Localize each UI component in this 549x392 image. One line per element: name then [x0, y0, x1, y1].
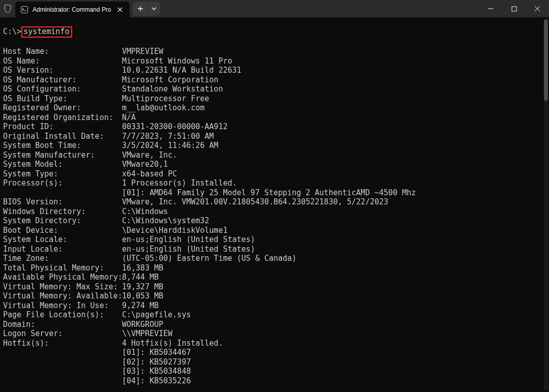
scrollbar-thumb[interactable]: [544, 19, 548, 101]
info-row: Product ID:00331-20300-00000-AA912: [3, 122, 545, 132]
terminal-icon: [20, 6, 28, 14]
info-row: Registered Owner:m__lab@outlook.com: [3, 103, 545, 113]
close-icon: [534, 6, 540, 12]
info-row: System Manufacturer:VMware, Inc.: [3, 150, 545, 160]
info-value: 16,383 MB: [122, 263, 545, 273]
info-label: Original Install Date:: [3, 132, 122, 141]
close-icon: [117, 7, 123, 12]
maximize-button[interactable]: [502, 0, 526, 17]
info-value: C:\Windows\system32: [122, 216, 545, 226]
new-tab-group: [133, 2, 160, 16]
info-label: Registered Organization:: [3, 113, 122, 123]
info-label: Input Locale:: [3, 245, 122, 254]
tab-dropdown-button[interactable]: [148, 2, 160, 16]
info-row: System Type:x64-based PC: [3, 169, 545, 179]
info-value: 3/5/2024, 11:46:26 AM: [122, 141, 545, 150]
maximize-icon: [511, 6, 517, 12]
info-value: Multiprocessor Free: [122, 94, 545, 104]
info-row: System Boot Time:3/5/2024, 11:46:26 AM: [3, 141, 545, 150]
info-label: Domain:: [3, 320, 122, 329]
info-value: en-us;English (United States): [122, 245, 545, 254]
info-label: Virtual Memory: Max Size:: [3, 282, 122, 292]
plus-icon: [137, 6, 143, 12]
app-shield-icon: [0, 0, 15, 17]
info-value: Microsoft Windows 11 Pro: [122, 56, 545, 66]
tab-close-button[interactable]: [115, 5, 125, 14]
active-tab[interactable]: Administrator: Command Pro: [15, 2, 130, 17]
hotfix-entry: [02]: KB5027397: [3, 357, 545, 367]
minimize-icon: [487, 6, 494, 12]
info-label: Virtual Memory: In Use:: [3, 301, 122, 311]
info-value: VMware20,1: [122, 160, 545, 169]
info-value: 10.0.22631 N/A Build 22631: [122, 66, 545, 75]
info-value: 7/7/2023, 7:51:00 AM: [122, 132, 545, 141]
svg-rect-1: [512, 7, 516, 11]
chevron-down-icon: [151, 6, 157, 11]
titlebar-left: Administrator: Command Pro: [0, 0, 160, 17]
info-value: Standalone Workstation: [122, 84, 545, 94]
info-value: 10,053 MB: [122, 291, 545, 301]
info-label: OS Name:: [3, 56, 122, 66]
info-label: System Type:: [3, 169, 122, 179]
info-row: System Model:VMware20,1: [3, 160, 545, 169]
info-value: 9,274 MB: [122, 301, 545, 311]
info-label: Total Physical Memory:: [3, 263, 122, 273]
info-label: OS Configuration:: [3, 84, 122, 94]
info-value: WORKGROUP: [122, 320, 545, 329]
info-row: Logon Server:\\VMPREVIEW: [3, 329, 545, 339]
svg-rect-0: [21, 6, 28, 13]
info-value: 19,327 MB: [122, 282, 545, 292]
info-value: \Device\HarddiskVolume1: [122, 226, 545, 235]
info-row: Time Zone:(UTC-05:00) Eastern Time (US &…: [3, 254, 545, 263]
info-row: OS Version:10.0.22631 N/A Build 22631: [3, 66, 545, 75]
info-value: x64-based PC: [122, 169, 545, 179]
info-label: OS Version:: [3, 66, 122, 75]
hotfix-entry: [01]: KB5034467: [3, 348, 545, 357]
info-row: Boot Device:\Device\HarddiskVolume1: [3, 226, 545, 235]
info-label: OS Build Type:: [3, 94, 122, 104]
info-value: 00331-20300-00000-AA912: [122, 122, 545, 132]
info-label: System Directory:: [3, 216, 122, 226]
info-row: Windows Directory:C:\Windows: [3, 207, 545, 217]
info-row: Total Physical Memory:16,383 MB: [3, 263, 545, 273]
info-label: Registered Owner:: [3, 103, 122, 113]
prompt-path: C:\>: [3, 27, 21, 36]
info-label: Logon Server:: [3, 329, 122, 339]
info-value: VMPREVIEW: [122, 47, 545, 56]
info-value: VMware, Inc. VMW201.00V.21805430.B64.230…: [122, 197, 545, 207]
info-label: Hotfix(s):: [3, 339, 122, 348]
info-row: Hotfix(s):4 Hotfix(s) Installed.: [3, 339, 545, 348]
prompt-line: C:\>systeminfo: [3, 26, 545, 38]
info-row: Virtual Memory: In Use:9,274 MB: [3, 301, 545, 311]
info-row: System Directory:C:\Windows\system32: [3, 216, 545, 226]
info-value: N/A: [122, 113, 545, 123]
info-row: Virtual Memory: Available:10,053 MB: [3, 291, 545, 301]
terminal-body[interactable]: C:\>systeminfo Host Name:VMPREVIEWOS Nam…: [0, 17, 549, 392]
info-row: Host Name:VMPREVIEW: [3, 47, 545, 56]
close-window-button[interactable]: [526, 0, 549, 17]
hotfix-entry: [03]: KB5034848: [3, 367, 545, 376]
titlebar: Administrator: Command Pro: [0, 0, 549, 17]
info-row: OS Name:Microsoft Windows 11 Pro: [3, 56, 545, 66]
info-row: Virtual Memory: Max Size:19,327 MB: [3, 282, 545, 292]
blank-line: [3, 38, 545, 47]
info-label: Boot Device:: [3, 226, 122, 235]
new-tab-button[interactable]: [133, 2, 148, 16]
minimize-button[interactable]: [479, 0, 502, 17]
info-label: System Locale:: [3, 235, 122, 245]
command-highlight: systeminfo: [21, 26, 72, 38]
hotfix-list: [01]: KB5034467[02]: KB5027397[03]: KB50…: [3, 348, 545, 385]
info-row: OS Manufacturer:Microsoft Corporation: [3, 75, 545, 85]
info-label: Windows Directory:: [3, 207, 122, 217]
info-value: Microsoft Corporation: [122, 75, 545, 85]
info-value: 4 Hotfix(s) Installed.: [122, 339, 545, 348]
info-row: Registered Organization:N/A: [3, 113, 545, 123]
info-row: Page File Location(s):C:\pagefile.sys: [3, 310, 545, 320]
info-row: Domain:WORKGROUP: [3, 320, 545, 329]
info-row: OS Configuration:Standalone Workstation: [3, 84, 545, 94]
info-value: VMware, Inc.: [122, 150, 545, 160]
info-value: C:\Windows: [122, 207, 545, 217]
info-label: Virtual Memory: Available:: [3, 291, 122, 301]
info-row: BIOS Version:VMware, Inc. VMW201.00V.218…: [3, 197, 545, 207]
info-value: 8,744 MB: [122, 273, 545, 282]
